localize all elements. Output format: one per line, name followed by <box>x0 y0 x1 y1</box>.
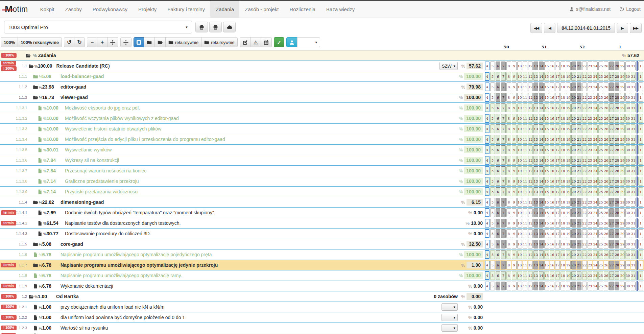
percent-value[interactable]: 100.00 <box>464 104 483 111</box>
day-cell[interactable]: 25 <box>598 135 603 144</box>
szw-select[interactable]: SZW▾ <box>439 62 458 70</box>
day-cell[interactable]: 18 <box>560 72 565 81</box>
day-cell[interactable]: 16 <box>550 62 554 70</box>
day-cell[interactable]: 5 <box>490 124 495 133</box>
day-cell[interactable]: 4 <box>485 145 490 154</box>
day-cell[interactable]: 23 <box>588 156 592 165</box>
day-cell[interactable]: 28 <box>615 93 619 102</box>
day-cell[interactable]: 9 <box>512 187 517 196</box>
day-cell[interactable]: 7 <box>501 72 506 81</box>
day-cell[interactable]: 5 <box>490 198 495 207</box>
day-cell[interactable]: 13 <box>533 103 538 112</box>
day-cell[interactable]: 21 <box>577 103 581 112</box>
day-cell[interactable]: 31 <box>631 282 636 290</box>
task-row[interactable]: termin! 100%1.1%100.00Release Candidate … <box>0 61 644 71</box>
day-cell[interactable]: 6 <box>496 135 500 144</box>
day-cell[interactable]: 10 <box>517 82 522 91</box>
day-cell[interactable]: 28 <box>615 240 619 248</box>
day-cell[interactable]: 22 <box>582 124 587 133</box>
day-cell[interactable]: 7 <box>501 208 506 217</box>
day-cell[interactable]: 25 <box>598 82 603 91</box>
day-cell[interactable]: 20 <box>571 177 576 186</box>
day-cell[interactable]: 15 <box>544 240 549 248</box>
day-cell[interactable]: 5 <box>490 282 495 290</box>
day-cell[interactable]: 26 <box>604 82 609 91</box>
day-cell[interactable]: 25 <box>598 187 603 196</box>
day-cell[interactable]: 6 <box>496 250 500 259</box>
day-cell[interactable]: 28 <box>615 82 619 91</box>
day-cell[interactable]: 14 <box>539 271 544 280</box>
task-row[interactable]: 1.1.3.2%10.00Możliwość wczytania plików … <box>0 113 644 123</box>
day-cell[interactable]: 24 <box>593 240 598 248</box>
move-button[interactable] <box>120 37 132 47</box>
day-cell[interactable]: 14 <box>539 62 544 70</box>
day-cell[interactable]: 20 <box>571 261 576 269</box>
day-cell[interactable]: 19 <box>566 72 571 81</box>
day-cell[interactable]: 16 <box>550 72 554 81</box>
zoom-100-recursive-button[interactable]: 100% rekursywnie <box>18 37 62 47</box>
day-cell[interactable]: 17 <box>555 219 560 228</box>
day-cell[interactable]: 16 <box>550 229 554 238</box>
day-cell[interactable]: 24 <box>593 72 598 81</box>
day-cell[interactable]: 17 <box>555 82 560 91</box>
day-cell[interactable]: 4 <box>485 114 490 123</box>
day-cell[interactable]: 7 <box>501 114 506 123</box>
day-cell[interactable]: 23 <box>588 187 592 196</box>
day-cell[interactable]: 27 <box>609 208 614 217</box>
day-cell[interactable]: 22 <box>582 62 587 70</box>
day-cell[interactable]: 21 <box>577 82 581 91</box>
day-cell[interactable]: 11 <box>523 166 527 175</box>
day-cell[interactable]: 30 <box>625 240 630 248</box>
day-cell[interactable]: 18 <box>560 82 565 91</box>
day-cell[interactable]: 24 <box>593 198 598 207</box>
day-cell[interactable]: 14 <box>539 261 544 269</box>
percent-value[interactable]: 100.00 <box>464 115 483 122</box>
day-cell[interactable]: 25 <box>598 103 603 112</box>
day-cell[interactable]: 15 <box>544 114 549 123</box>
day-cell[interactable]: 15 <box>544 156 549 165</box>
day-cell[interactable]: 20 <box>571 156 576 165</box>
day-cell[interactable]: 18 <box>560 156 565 165</box>
day-cell[interactable]: 20 <box>571 219 576 228</box>
day-cell[interactable]: 23 <box>588 114 592 123</box>
day-cell[interactable]: 5 <box>490 219 495 228</box>
day-cell[interactable]: 8 <box>506 135 511 144</box>
zoom-out-button[interactable]: − <box>87 37 97 47</box>
day-cell[interactable]: 19 <box>566 250 571 259</box>
day-cell[interactable]: 26 <box>604 261 609 269</box>
day-cell[interactable]: 8 <box>506 166 511 175</box>
day-cell[interactable]: 12 <box>528 93 533 102</box>
day-cell[interactable]: 23 <box>588 229 592 238</box>
day-cell-next-month[interactable]: 1 <box>638 72 643 81</box>
day-cell[interactable]: 31 <box>631 145 636 154</box>
day-cell[interactable]: 6 <box>496 282 500 290</box>
day-cell[interactable]: 31 <box>631 219 636 228</box>
day-cell[interactable]: 9 <box>512 219 517 228</box>
day-cell[interactable]: 30 <box>625 93 630 102</box>
nav-item-rozliczenia[interactable]: Rozliczenia <box>284 1 321 18</box>
day-cell[interactable]: 28 <box>615 261 619 269</box>
day-cell[interactable]: 10 <box>517 135 522 144</box>
day-cell[interactable]: 5 <box>490 261 495 269</box>
percent-value[interactable]: 0.00 <box>467 293 483 300</box>
day-cell[interactable]: 14 <box>539 72 544 81</box>
day-cell[interactable]: 21 <box>577 72 581 81</box>
day-cell[interactable]: 19 <box>566 240 571 248</box>
day-cell[interactable]: 20 <box>571 229 576 238</box>
day-cell[interactable]: 28 <box>615 114 619 123</box>
day-cell[interactable]: 19 <box>566 62 571 70</box>
day-cell[interactable]: 6 <box>496 271 500 280</box>
project-select[interactable]: 1003 Optimal Pro ▾ <box>4 21 192 33</box>
day-cell[interactable]: 20 <box>571 198 576 207</box>
day-cell[interactable]: 6 <box>496 240 500 248</box>
day-cell[interactable]: 11 <box>523 198 527 207</box>
day-cell[interactable]: 17 <box>555 229 560 238</box>
day-cell[interactable]: 4 <box>485 72 490 81</box>
day-cell[interactable]: 31 <box>631 135 636 144</box>
day-cell[interactable]: 21 <box>577 198 581 207</box>
day-cell[interactable]: 29 <box>620 124 625 133</box>
day-cell[interactable]: 23 <box>588 124 592 133</box>
day-cell[interactable]: 15 <box>544 219 549 228</box>
day-cell[interactable]: 12 <box>528 187 533 196</box>
day-cell[interactable]: 29 <box>620 282 625 290</box>
